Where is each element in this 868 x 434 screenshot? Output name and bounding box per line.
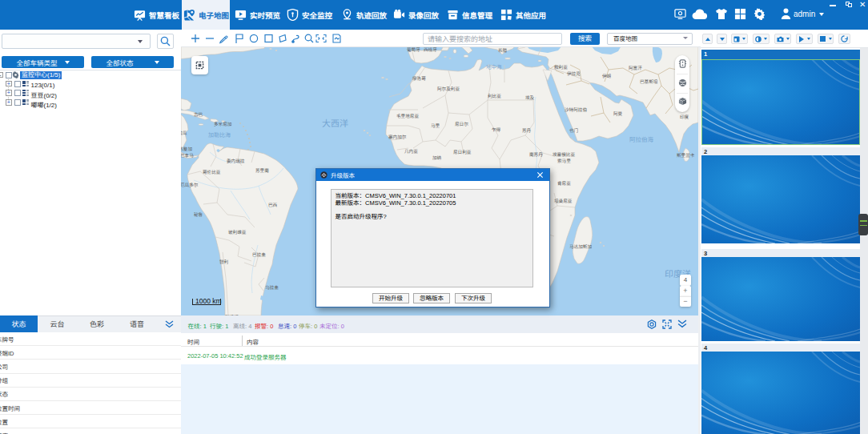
svg-text:尼日利亚: 尼日利亚 xyxy=(453,150,472,155)
svg-text:希腊: 希腊 xyxy=(498,48,508,53)
svg-text:埃及: 埃及 xyxy=(525,95,535,100)
svg-text:几内亚: 几内亚 xyxy=(404,149,418,154)
svg-text:哥伦比亚: 哥伦比亚 xyxy=(203,170,221,175)
svg-text:地中海: 地中海 xyxy=(486,64,502,70)
svg-text:坦桑尼亚: 坦桑尼亚 xyxy=(554,199,573,203)
svg-text:加勒比海: 加勒比海 xyxy=(208,132,231,138)
svg-text:巴拿马: 巴拿马 xyxy=(181,153,194,158)
svg-text:巴拉圭: 巴拉圭 xyxy=(252,252,266,257)
svg-text:苏里南: 苏里南 xyxy=(255,168,269,173)
svg-text:智利: 智利 xyxy=(219,259,229,264)
svg-text:马里: 马里 xyxy=(431,123,440,128)
svg-text:阿尔及利亚: 阿尔及利亚 xyxy=(437,86,460,91)
svg-text:塞内加尔: 塞内加尔 xyxy=(388,135,407,139)
svg-text:阿曼: 阿曼 xyxy=(613,111,623,116)
svg-text:加纳: 加纳 xyxy=(432,155,442,160)
svg-text:苏丹: 苏丹 xyxy=(522,128,532,133)
svg-text:索马里: 索马里 xyxy=(557,159,571,163)
svg-text:摩洛哥: 摩洛哥 xyxy=(412,76,426,81)
svg-text:乌拉圭: 乌拉圭 xyxy=(265,285,279,290)
svg-text:马达加斯加: 马达加斯加 xyxy=(569,244,592,249)
svg-text:西班牙: 西班牙 xyxy=(424,47,437,52)
svg-text:伊朗: 伊朗 xyxy=(602,74,612,78)
svg-text:尼日尔: 尼日尔 xyxy=(455,122,468,127)
svg-text:印度: 印度 xyxy=(680,115,689,119)
svg-text:阿富汗: 阿富汗 xyxy=(629,66,642,70)
svg-text:巴基斯坦: 巴基斯坦 xyxy=(640,79,658,84)
svg-text:利比亚: 利比亚 xyxy=(488,94,501,98)
svg-text:埃塞俄比亚: 埃塞俄比亚 xyxy=(553,152,575,157)
svg-text:尼加拉瓜: 尼加拉瓜 xyxy=(181,131,187,135)
svg-text:秘鲁: 秘鲁 xyxy=(194,212,203,217)
svg-text:沙特阿拉伯: 沙特阿拉伯 xyxy=(565,107,587,112)
svg-text:委内瑞拉: 委内瑞拉 xyxy=(227,159,245,163)
svg-text:肯尼亚: 肯尼亚 xyxy=(557,181,571,186)
svg-text:多米尼加: 多米尼加 xyxy=(214,122,232,127)
svg-text:玻利维亚: 玻利维亚 xyxy=(228,230,247,235)
svg-text:巴西: 巴西 xyxy=(268,203,278,207)
svg-text:葡萄牙: 葡萄牙 xyxy=(407,47,420,52)
svg-text:叙利亚: 叙利亚 xyxy=(554,65,568,70)
svg-text:也门: 也门 xyxy=(569,128,579,133)
svg-text:伊拉克: 伊拉克 xyxy=(567,71,581,76)
svg-text:斯里兰卡: 斯里兰卡 xyxy=(677,153,695,158)
svg-text:古巴: 古巴 xyxy=(194,112,203,117)
svg-text:厄瓜多尔: 厄瓜多尔 xyxy=(181,183,199,187)
svg-text:乍得: 乍得 xyxy=(492,127,501,132)
svg-text:毛里塔尼亚: 毛里塔尼亚 xyxy=(396,114,419,119)
svg-text:阿拉伯海: 阿拉伯海 xyxy=(629,136,653,143)
svg-text:大西洋: 大西洋 xyxy=(322,119,348,128)
svg-text:哥斯达黎加: 哥斯达黎加 xyxy=(181,147,192,151)
svg-text:南苏丹: 南苏丹 xyxy=(529,152,543,157)
